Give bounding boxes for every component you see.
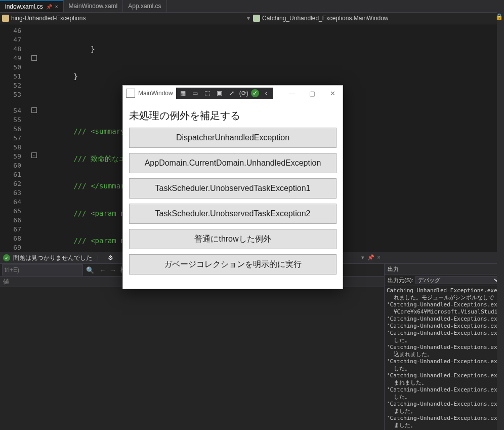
- namespace-dropdown[interactable]: hing-Unhandled-Exceptions ▾: [0, 15, 253, 22]
- taskscheduler-exception2-button[interactable]: TaskScheduler.UnobservedTaskException2: [129, 204, 337, 224]
- search-input[interactable]: [2, 264, 83, 276]
- toggle-tool-icon[interactable]: ▭: [190, 89, 200, 98]
- app-icon: [126, 89, 135, 98]
- class-icon: [253, 15, 260, 22]
- window-title: MainWindow: [138, 90, 173, 97]
- maximize-button[interactable]: ▢: [302, 86, 322, 101]
- fold-toggle[interactable]: -: [31, 55, 37, 61]
- tab-label: MainWindow.xaml: [69, 3, 118, 10]
- hot-reload-icon[interactable]: (⟳): [239, 89, 249, 98]
- output-source-label: 出力元(S):: [388, 277, 413, 284]
- chevron-down-icon: ▾: [244, 15, 253, 22]
- plain-throw-button[interactable]: 普通にthrowした例外: [129, 229, 337, 249]
- panel-controls: ▾ 📌 ×: [361, 254, 381, 261]
- close-button[interactable]: ✕: [322, 86, 343, 101]
- output-source: 出力元(S): デバッグ: [385, 275, 504, 286]
- check-icon: ✓: [3, 254, 10, 261]
- class-text: Catching_Unhandled_Exceptions.MainWindow: [262, 15, 388, 22]
- vertical-scrollbar[interactable]: 🔒: [497, 0, 504, 430]
- lock-icon: 🔒: [495, 13, 503, 20]
- page-heading: 未処理の例外を補足する: [129, 109, 337, 123]
- titlebar[interactable]: MainWindow ▦ ▭ ⬚ ▣ ⤢ (⟳) ✓ ‹ — ▢ ✕: [123, 86, 343, 101]
- tab-label: App.xaml.cs: [128, 3, 161, 10]
- chevron-down-icon[interactable]: ▾: [361, 254, 364, 261]
- output-title: 出力: [385, 264, 504, 275]
- namespace-text: hing-Unhandled-Exceptions: [11, 15, 86, 22]
- xaml-debug-toolbar: ▦ ▭ ⬚ ▣ ⤢ (⟳) ✓ ‹: [176, 88, 273, 99]
- pin-icon[interactable]: 📌: [46, 4, 52, 10]
- live-visual-tree-icon[interactable]: ▦: [178, 89, 188, 98]
- output-source-select[interactable]: デバッグ: [415, 276, 501, 284]
- class-dropdown[interactable]: Catching_Unhandled_Exceptions.MainWindow…: [253, 15, 504, 22]
- tab-label: indow.xaml.cs: [5, 3, 43, 10]
- close-icon[interactable]: ×: [377, 254, 381, 261]
- nav-forward-icon[interactable]: →: [110, 266, 116, 274]
- track-focus-icon[interactable]: ⤢: [227, 89, 237, 98]
- taskscheduler-exception1-button[interactable]: TaskScheduler.UnobservedTaskException1: [129, 178, 337, 199]
- appdomain-exception-button[interactable]: AppDomain.CurrentDomain.UnhandledExcepti…: [129, 153, 337, 173]
- running-app-window[interactable]: MainWindow ▦ ▭ ⬚ ▣ ⤢ (⟳) ✓ ‹ — ▢ ✕ 未処理の例…: [122, 85, 343, 289]
- output-panel: 出力 出力元(S): デバッグ Catching-Unhandled-Excep…: [384, 263, 504, 430]
- gc-collect-button[interactable]: ガベージコレクションを明示的に実行: [129, 254, 337, 275]
- display-layout-icon[interactable]: ▣: [215, 89, 225, 98]
- chevron-left-icon[interactable]: ‹: [261, 89, 271, 98]
- namespace-icon: [2, 15, 9, 22]
- output-body[interactable]: Catching-Unhandled-Exceptions.exe (Cれました…: [385, 286, 504, 430]
- gear-icon[interactable]: ⚙: [108, 254, 113, 261]
- nav-back-icon[interactable]: ←: [99, 266, 106, 274]
- fold-gutter[interactable]: - - -: [30, 24, 37, 252]
- app-body: 未処理の例外を補足する DispatcherUnhandledException…: [123, 101, 343, 289]
- line-number-gutter: 464748 495051 5253 545556 575859 606162 …: [0, 24, 30, 252]
- status-text: 問題は見つかりませんでした: [13, 254, 92, 262]
- select-element-icon[interactable]: ⬚: [202, 89, 213, 98]
- pin-icon[interactable]: 📌: [367, 254, 374, 261]
- fold-toggle[interactable]: -: [31, 152, 37, 158]
- minimize-button[interactable]: —: [282, 86, 302, 101]
- breadcrumb: hing-Unhandled-Exceptions ▾ Catching_Unh…: [0, 13, 504, 24]
- document-tabs: indow.xaml.cs 📌 × MainWindow.xaml App.xa…: [0, 0, 504, 13]
- search-icon[interactable]: 🔍: [86, 266, 94, 274]
- tab-mainwindow-cs[interactable]: indow.xaml.cs 📌 ×: [0, 0, 64, 12]
- close-icon[interactable]: ×: [55, 4, 58, 10]
- tab-app-cs[interactable]: App.xaml.cs: [123, 0, 166, 12]
- status-ok-icon: ✓: [251, 89, 259, 97]
- tab-mainwindow-xaml[interactable]: MainWindow.xaml: [64, 0, 123, 12]
- dispatcher-exception-button[interactable]: DispatcherUnhandledException: [129, 128, 337, 148]
- fold-toggle[interactable]: -: [31, 107, 37, 113]
